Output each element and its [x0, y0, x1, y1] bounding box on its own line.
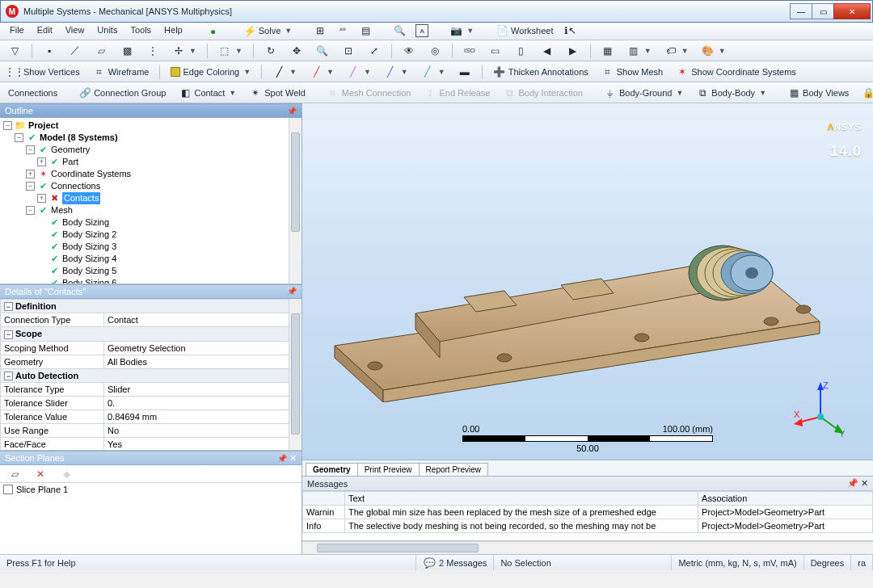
sync-views-button[interactable]: 🔒Sync Views: [857, 85, 873, 101]
section-plane-row[interactable]: Slice Plane 1: [3, 485, 298, 494]
select-body[interactable]: ▩: [116, 43, 138, 59]
twisty-icon[interactable]: −: [3, 121, 12, 130]
tree-body-sizing[interactable]: Body Sizing 5: [62, 265, 116, 277]
zoomfit2-button[interactable]: ◎: [424, 43, 446, 59]
edge-black[interactable]: ╱▼: [268, 64, 302, 80]
toolbar-icon-6[interactable]: 📷▼: [445, 23, 479, 39]
fit-button[interactable]: ⤢: [363, 43, 386, 59]
outline-header[interactable]: Outline 📌: [0, 103, 302, 118]
pin-icon[interactable]: 📌: [847, 478, 858, 488]
col-type[interactable]: [303, 492, 345, 506]
show-vertices-button[interactable]: ⋮⋮Show Vertices: [3, 64, 85, 80]
pin-icon[interactable]: 📌: [277, 454, 287, 463]
back-button[interactable]: ▯: [510, 43, 533, 59]
section-header[interactable]: Section Planes 📌 ✕: [0, 451, 302, 465]
select-face[interactable]: ▱: [90, 43, 112, 59]
col-assoc[interactable]: Association: [698, 492, 873, 506]
tree-body-sizing[interactable]: Body Sizing 2: [62, 229, 116, 241]
front-button[interactable]: ▭: [484, 43, 507, 59]
twisty-icon[interactable]: −: [26, 145, 35, 154]
spot-weld-button[interactable]: ✴Spot Weld: [244, 85, 310, 101]
toolbar-icon-3[interactable]: ▤: [354, 23, 377, 39]
thicken-button[interactable]: ➕Thicken Annotations: [488, 64, 593, 80]
select-edge[interactable]: ／: [64, 43, 86, 59]
messages-header[interactable]: Messages 📌 ✕: [302, 477, 873, 491]
prop-value[interactable]: All Bodies: [104, 355, 302, 368]
menu-view[interactable]: View: [59, 23, 91, 40]
twisty-icon[interactable]: −: [15, 133, 23, 142]
collapse-icon[interactable]: −: [4, 372, 13, 380]
menu-units[interactable]: Units: [91, 23, 124, 40]
body-views-button[interactable]: ▦Body Views: [782, 85, 854, 101]
filter-button[interactable]: ▽: [3, 43, 26, 59]
details-grid[interactable]: −Definition Connection TypeContact −Scop…: [0, 299, 302, 451]
tree-mesh[interactable]: Mesh: [51, 204, 73, 216]
prop-value[interactable]: Geometry Selection: [104, 341, 302, 355]
edge-red[interactable]: ╱▼: [305, 64, 339, 80]
manage-views-button[interactable]: ▦: [597, 43, 619, 59]
status-messages[interactable]: 💬2 Messages: [416, 555, 494, 570]
prop-value[interactable]: 0.84694 mm: [104, 410, 302, 424]
pan-button[interactable]: ✥: [285, 43, 308, 59]
twisty-icon[interactable]: +: [37, 194, 46, 203]
close-icon[interactable]: ✕: [289, 453, 297, 463]
tree-body-sizing[interactable]: Body Sizing: [62, 216, 109, 229]
wireframe-button[interactable]: ⌗Wireframe: [88, 64, 154, 80]
tree-coord[interactable]: Coordinate Systems: [51, 168, 131, 180]
prev-view-button[interactable]: ◀: [536, 43, 559, 59]
tree-contacts[interactable]: Contacts: [62, 192, 100, 204]
toolbar-icon-4[interactable]: 🔍: [388, 23, 411, 39]
toolbar-icon-2[interactable]: ᴬᴮ: [331, 23, 354, 39]
toolbar-icon-1[interactable]: ⊞: [309, 23, 331, 39]
box-select[interactable]: ⬚▼: [213, 43, 247, 59]
close-icon[interactable]: ✕: [861, 478, 868, 488]
edge-blue[interactable]: ╱▼: [379, 64, 413, 80]
anno-button[interactable]: 🏷▼: [660, 43, 694, 59]
display-button[interactable]: ▥▼: [622, 43, 656, 59]
color-button[interactable]: 🎨▼: [697, 43, 731, 59]
menu-tools[interactable]: Tools: [124, 23, 158, 40]
show-mesh-button[interactable]: ⌗Show Mesh: [597, 64, 668, 80]
edge-coloring-button[interactable]: Edge Coloring▼: [166, 64, 255, 80]
select-vertex[interactable]: ▪: [38, 43, 61, 59]
menu-help[interactable]: Help: [158, 23, 189, 40]
twisty-icon[interactable]: −: [26, 206, 35, 215]
worksheet-button[interactable]: 📄 Worksheet: [490, 23, 559, 39]
message-row[interactable]: WarninThe global min size has been repla…: [303, 506, 873, 519]
prop-value[interactable]: Slider: [104, 383, 302, 397]
tree-connections[interactable]: Connections: [51, 180, 100, 192]
pin-icon[interactable]: 📌: [287, 107, 297, 116]
tree-geometry[interactable]: Geometry: [51, 144, 90, 156]
connection-group-button[interactable]: 🔗Connection Group: [74, 85, 171, 101]
prop-value[interactable]: Yes: [104, 438, 302, 451]
delete-plane-button[interactable]: ✕: [29, 466, 52, 482]
go-button[interactable]: ●: [200, 23, 226, 40]
outline-tree[interactable]: −📁Project −✔Model (8 Systems) −✔Geometry…: [0, 118, 302, 284]
scrollbar-horizontal[interactable]: [302, 541, 873, 554]
edge-thick[interactable]: ▬: [453, 64, 476, 80]
edge-cyan[interactable]: ╱▼: [416, 64, 450, 80]
tab-geometry[interactable]: Geometry: [306, 463, 358, 476]
twisty-icon[interactable]: −: [26, 182, 35, 191]
new-plane-button[interactable]: ▱: [3, 466, 26, 482]
message-row[interactable]: InfoThe selective body meshing is not be…: [303, 519, 873, 533]
details-header[interactable]: Details of "Contacts" 📌: [0, 284, 302, 299]
iso-button[interactable]: ISO: [458, 43, 481, 59]
toolbar-icon-info[interactable]: ℹ↖: [559, 23, 581, 39]
menu-file[interactable]: File: [3, 23, 31, 40]
scrollbar-vertical[interactable]: [289, 118, 302, 284]
collapse-icon[interactable]: −: [4, 330, 13, 339]
tree-body-sizing[interactable]: Body Sizing 4: [62, 253, 116, 265]
tree-part[interactable]: Part: [62, 156, 78, 168]
tree-body-sizing[interactable]: Body Sizing 6: [62, 277, 116, 284]
col-text[interactable]: Text: [345, 492, 698, 506]
twisty-icon[interactable]: +: [26, 170, 35, 178]
edge-pink[interactable]: ╱▼: [342, 64, 376, 80]
pin-icon[interactable]: 📌: [287, 287, 297, 296]
body-body-button[interactable]: ⧉Body-Body▼: [691, 85, 771, 101]
prop-value[interactable]: 0.: [104, 397, 302, 410]
menu-edit[interactable]: Edit: [31, 23, 59, 40]
show-cs-button[interactable]: ✶Show Coordinate Systems: [671, 64, 801, 80]
tab-print-preview[interactable]: Print Preview: [357, 463, 420, 476]
messages-grid[interactable]: TextAssociation WarninThe global min siz…: [302, 491, 873, 541]
